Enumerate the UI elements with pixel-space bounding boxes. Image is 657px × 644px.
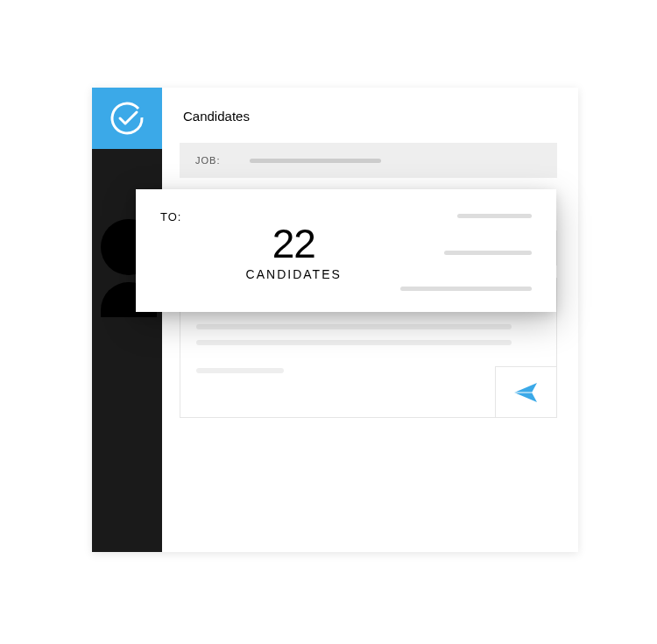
body-text-placeholder <box>196 368 284 373</box>
sidebar <box>92 88 162 552</box>
body-text-placeholder <box>196 340 512 345</box>
to-count: 22 <box>272 223 315 264</box>
job-field[interactable]: JOB: <box>180 143 557 178</box>
app-window: Candidates JOB: TEMPLATE: <box>92 88 578 552</box>
to-recipients-card[interactable]: TO: 22 CANDIDATES <box>136 189 556 312</box>
recipient-placeholder <box>400 287 532 291</box>
main-content: Candidates JOB: TEMPLATE: <box>162 88 578 552</box>
send-button[interactable] <box>495 366 556 417</box>
page-title: Candidates <box>183 109 557 124</box>
logo-icon <box>108 99 146 138</box>
recipient-placeholder <box>444 251 532 255</box>
recipient-placeholder <box>457 214 532 218</box>
to-unit: CANDIDATES <box>246 267 342 281</box>
to-count-block: 22 CANDIDATES <box>190 207 392 298</box>
job-value-placeholder <box>250 159 381 163</box>
svg-point-0 <box>108 99 146 138</box>
job-label: JOB: <box>195 155 229 166</box>
send-icon <box>512 379 540 407</box>
to-recipients-list <box>400 207 532 298</box>
logo[interactable] <box>92 88 162 149</box>
body-text-placeholder <box>196 324 512 329</box>
to-label: TO: <box>160 210 181 298</box>
